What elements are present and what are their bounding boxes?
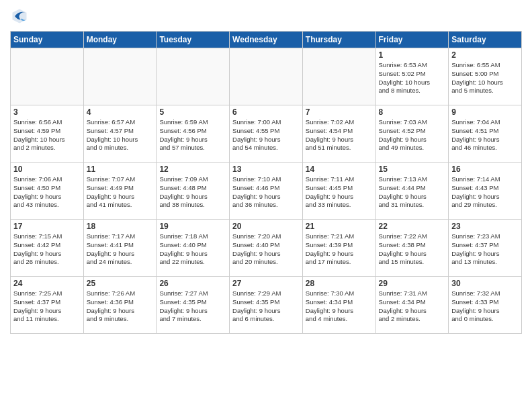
week-row-0: 1Sunrise: 6:53 AM Sunset: 5:02 PM Daylig… <box>11 48 522 105</box>
day-header-tuesday: Tuesday <box>157 32 230 48</box>
calendar-cell: 12Sunrise: 7:09 AM Sunset: 4:48 PM Dayli… <box>157 163 230 220</box>
calendar-cell: 4Sunrise: 6:57 AM Sunset: 4:57 PM Daylig… <box>83 105 157 163</box>
day-info: Sunrise: 7:00 AM Sunset: 4:55 PM Dayligh… <box>232 118 300 152</box>
day-number: 24 <box>13 279 81 288</box>
week-row-3: 17Sunrise: 7:15 AM Sunset: 4:42 PM Dayli… <box>11 220 522 277</box>
calendar-cell: 8Sunrise: 7:03 AM Sunset: 4:52 PM Daylig… <box>375 105 449 163</box>
calendar-cell: 26Sunrise: 7:27 AM Sunset: 4:35 PM Dayli… <box>157 277 230 334</box>
calendar-cell: 10Sunrise: 7:06 AM Sunset: 4:50 PM Dayli… <box>11 163 84 220</box>
day-info: Sunrise: 7:11 AM Sunset: 4:45 PM Dayligh… <box>306 175 373 210</box>
calendar-cell: 14Sunrise: 7:11 AM Sunset: 4:45 PM Dayli… <box>302 163 375 220</box>
day-header-monday: Monday <box>83 32 157 48</box>
day-number: 28 <box>306 279 373 288</box>
day-info: Sunrise: 7:25 AM Sunset: 4:37 PM Dayligh… <box>13 289 81 324</box>
calendar-cell <box>230 48 303 105</box>
logo <box>10 7 32 26</box>
day-info: Sunrise: 6:53 AM Sunset: 5:02 PM Dayligh… <box>379 61 446 95</box>
calendar-cell: 1Sunrise: 6:53 AM Sunset: 5:02 PM Daylig… <box>375 48 449 105</box>
day-number: 20 <box>232 222 300 231</box>
calendar-cell: 17Sunrise: 7:15 AM Sunset: 4:42 PM Dayli… <box>11 220 84 277</box>
calendar-cell: 9Sunrise: 7:04 AM Sunset: 4:51 PM Daylig… <box>449 105 522 163</box>
day-info: Sunrise: 7:14 AM Sunset: 4:43 PM Dayligh… <box>451 175 519 210</box>
day-info: Sunrise: 6:55 AM Sunset: 5:00 PM Dayligh… <box>451 61 519 95</box>
day-number: 27 <box>232 279 300 288</box>
calendar-cell: 22Sunrise: 7:22 AM Sunset: 4:38 PM Dayli… <box>375 220 449 277</box>
day-info: Sunrise: 7:20 AM Sunset: 4:40 PM Dayligh… <box>232 232 300 267</box>
day-info: Sunrise: 7:09 AM Sunset: 4:48 PM Dayligh… <box>159 175 226 210</box>
day-info: Sunrise: 7:32 AM Sunset: 4:33 PM Dayligh… <box>451 289 519 324</box>
days-of-week-row: SundayMondayTuesdayWednesdayThursdayFrid… <box>11 32 522 48</box>
day-number: 14 <box>306 165 373 174</box>
day-number: 2 <box>451 50 519 60</box>
day-number: 12 <box>159 165 226 174</box>
day-header-sunday: Sunday <box>11 32 84 48</box>
calendar-cell: 2Sunrise: 6:55 AM Sunset: 5:00 PM Daylig… <box>449 48 522 105</box>
page: SundayMondayTuesdayWednesdayThursdayFrid… <box>0 0 532 340</box>
day-info: Sunrise: 7:03 AM Sunset: 4:52 PM Dayligh… <box>379 118 446 152</box>
day-number: 29 <box>379 279 446 288</box>
day-header-wednesday: Wednesday <box>230 32 303 48</box>
day-info: Sunrise: 7:22 AM Sunset: 4:38 PM Dayligh… <box>379 232 446 267</box>
calendar-cell: 3Sunrise: 6:56 AM Sunset: 4:59 PM Daylig… <box>11 105 84 163</box>
day-number: 4 <box>87 107 154 117</box>
day-info: Sunrise: 6:56 AM Sunset: 4:59 PM Dayligh… <box>13 118 81 152</box>
day-number: 15 <box>379 165 446 174</box>
day-info: Sunrise: 7:06 AM Sunset: 4:50 PM Dayligh… <box>13 175 81 210</box>
calendar: SundayMondayTuesdayWednesdayThursdayFrid… <box>10 31 522 334</box>
day-number: 11 <box>87 165 154 174</box>
day-number: 9 <box>451 107 519 117</box>
day-info: Sunrise: 7:18 AM Sunset: 4:40 PM Dayligh… <box>159 232 226 267</box>
calendar-cell <box>302 48 375 105</box>
day-info: Sunrise: 7:02 AM Sunset: 4:54 PM Dayligh… <box>306 118 373 152</box>
calendar-cell: 24Sunrise: 7:25 AM Sunset: 4:37 PM Dayli… <box>11 277 84 334</box>
day-info: Sunrise: 7:13 AM Sunset: 4:44 PM Dayligh… <box>379 175 446 210</box>
calendar-cell: 25Sunrise: 7:26 AM Sunset: 4:36 PM Dayli… <box>83 277 157 334</box>
day-number: 8 <box>379 107 446 117</box>
day-number: 26 <box>159 279 226 288</box>
day-info: Sunrise: 7:31 AM Sunset: 4:34 PM Dayligh… <box>379 289 446 324</box>
calendar-cell: 23Sunrise: 7:23 AM Sunset: 4:37 PM Dayli… <box>449 220 522 277</box>
calendar-cell <box>83 48 157 105</box>
day-number: 23 <box>451 222 519 231</box>
calendar-cell: 15Sunrise: 7:13 AM Sunset: 4:44 PM Dayli… <box>375 163 449 220</box>
calendar-cell: 7Sunrise: 7:02 AM Sunset: 4:54 PM Daylig… <box>302 105 375 163</box>
day-number: 22 <box>379 222 446 231</box>
calendar-cell: 6Sunrise: 7:00 AM Sunset: 4:55 PM Daylig… <box>230 105 303 163</box>
day-info: Sunrise: 7:10 AM Sunset: 4:46 PM Dayligh… <box>232 175 300 210</box>
day-info: Sunrise: 6:57 AM Sunset: 4:57 PM Dayligh… <box>87 118 154 152</box>
day-number: 18 <box>87 222 154 231</box>
day-info: Sunrise: 7:23 AM Sunset: 4:37 PM Dayligh… <box>451 232 519 267</box>
day-info: Sunrise: 7:30 AM Sunset: 4:34 PM Dayligh… <box>306 289 373 324</box>
day-info: Sunrise: 7:29 AM Sunset: 4:35 PM Dayligh… <box>232 289 300 324</box>
day-number: 1 <box>379 50 446 60</box>
day-info: Sunrise: 7:21 AM Sunset: 4:39 PM Dayligh… <box>306 232 373 267</box>
day-number: 5 <box>159 107 226 117</box>
calendar-cell <box>157 48 230 105</box>
day-info: Sunrise: 7:27 AM Sunset: 4:35 PM Dayligh… <box>159 289 226 324</box>
calendar-cell: 11Sunrise: 7:07 AM Sunset: 4:49 PM Dayli… <box>83 163 157 220</box>
calendar-cell: 16Sunrise: 7:14 AM Sunset: 4:43 PM Dayli… <box>449 163 522 220</box>
day-header-thursday: Thursday <box>302 32 375 48</box>
calendar-cell: 18Sunrise: 7:17 AM Sunset: 4:41 PM Dayli… <box>83 220 157 277</box>
svg-marker-0 <box>13 9 27 24</box>
day-info: Sunrise: 7:15 AM Sunset: 4:42 PM Dayligh… <box>13 232 81 267</box>
day-number: 7 <box>306 107 373 117</box>
day-info: Sunrise: 7:17 AM Sunset: 4:41 PM Dayligh… <box>87 232 154 267</box>
header <box>10 7 522 26</box>
day-info: Sunrise: 7:07 AM Sunset: 4:49 PM Dayligh… <box>87 175 154 210</box>
logo-icon <box>10 7 29 26</box>
calendar-cell: 19Sunrise: 7:18 AM Sunset: 4:40 PM Dayli… <box>157 220 230 277</box>
day-info: Sunrise: 6:59 AM Sunset: 4:56 PM Dayligh… <box>159 118 226 152</box>
day-number: 30 <box>451 279 519 288</box>
day-number: 19 <box>159 222 226 231</box>
day-header-friday: Friday <box>375 32 449 48</box>
day-info: Sunrise: 7:26 AM Sunset: 4:36 PM Dayligh… <box>87 289 154 324</box>
calendar-cell: 27Sunrise: 7:29 AM Sunset: 4:35 PM Dayli… <box>230 277 303 334</box>
calendar-cell: 20Sunrise: 7:20 AM Sunset: 4:40 PM Dayli… <box>230 220 303 277</box>
calendar-cell: 30Sunrise: 7:32 AM Sunset: 4:33 PM Dayli… <box>449 277 522 334</box>
calendar-cell: 29Sunrise: 7:31 AM Sunset: 4:34 PM Dayli… <box>375 277 449 334</box>
week-row-2: 10Sunrise: 7:06 AM Sunset: 4:50 PM Dayli… <box>11 163 522 220</box>
calendar-body: 1Sunrise: 6:53 AM Sunset: 5:02 PM Daylig… <box>11 48 522 334</box>
day-number: 17 <box>13 222 81 231</box>
day-number: 25 <box>87 279 154 288</box>
